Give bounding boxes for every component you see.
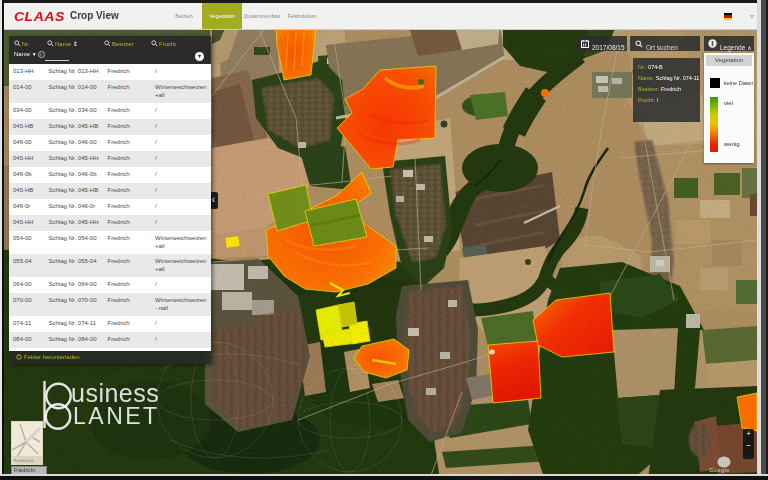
svg-text:LANET: LANET [73,403,160,429]
svg-text:Friedrichsh: Friedrichsh [14,458,34,463]
